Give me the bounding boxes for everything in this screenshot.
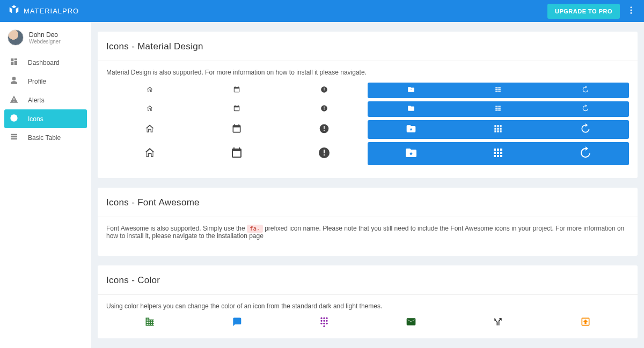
profile-icon [10,76,18,86]
domain-icon [106,316,193,329]
rotate-icon [542,105,629,114]
apps-icon [455,123,541,136]
upgrade-button[interactable]: UPGRADE TO PRO [547,4,620,19]
card-material-design: Icons - Material Design Material Design … [98,32,638,178]
card-title: Icons - Color [98,265,638,295]
error-icon [281,123,368,136]
folder-icon [368,86,455,95]
present-to-all-icon [542,316,629,329]
sidebar: Dohn Deo Webdesigner Dashboard Profile A… [0,22,91,348]
fa-text-before: Font Awesome is also supported. Simply u… [106,225,247,232]
folder-icon [368,105,455,114]
home-icon [106,86,193,95]
apps-icon [455,146,541,161]
rotate-icon [542,146,629,161]
user-name: Dohn Deo [29,31,61,39]
sidebar-item-label: Basic Table [28,134,61,142]
home-icon [106,123,193,136]
email-icon [368,316,455,329]
apps-icon [455,105,541,114]
face-icon [10,114,18,124]
sidebar-item-alerts[interactable]: Alerts [4,91,87,109]
logo-icon [8,4,20,18]
sidebar-item-label: Profile [28,78,46,85]
sidebar-item-profile[interactable]: Profile [4,72,87,91]
alert-icon [10,95,18,105]
call-split-icon [455,316,541,329]
icon-row-dark [368,101,629,117]
table-icon [10,132,18,143]
dialpad-icon [281,316,368,329]
sidebar-item-label: Dashboard [28,59,60,66]
code-fa-prefix: fa- [247,225,263,233]
folder-star-icon [368,123,455,136]
card-title: Icons - Font Awesome [98,188,638,217]
avatar [8,29,24,46]
card-text: Font Awesome is also supported. Simply u… [106,225,629,240]
calendar-icon [193,123,280,136]
card-font-awesome: Icons - Font Awesome Font Awesome is als… [98,188,638,256]
folder-star-icon [368,146,455,161]
card-title: Icons - Material Design [98,32,638,61]
error-icon [281,146,368,161]
icon-row-dark [368,83,629,98]
error-icon [281,105,368,114]
dashboard-icon [10,57,18,68]
sidebar-item-basic-table[interactable]: Basic Table [4,128,87,147]
calendar-icon [193,86,280,95]
apps-icon [455,86,541,95]
rotate-icon [542,123,629,136]
sidebar-item-dashboard[interactable]: Dashboard [4,53,87,72]
calendar-icon [193,105,280,114]
sidebar-item-icons[interactable]: Icons [4,109,87,128]
message-icon [193,316,280,329]
icon-row-dark [368,120,629,139]
main-content: Icons - Material Design Material Design … [91,22,644,348]
brand-name: MATERIALPRO [24,7,79,15]
user-role: Webdesigner [29,39,61,45]
calendar-icon [193,146,280,161]
sidebar-item-label: Alerts [28,97,45,104]
sidebar-item-label: Icons [28,115,43,123]
rotate-icon [542,86,629,95]
home-icon [106,146,193,161]
card-icons-color: Icons - Color Using color helpers you ca… [98,265,638,338]
more-icon[interactable] [626,5,636,17]
brand-logo[interactable]: MATERIALPRO [8,4,79,18]
icon-row-dark [368,142,629,165]
error-icon [281,86,368,95]
user-block[interactable]: Dohn Deo Webdesigner [4,29,87,53]
card-text: Using color helpers you can change the c… [106,302,629,310]
card-text: Material Design is also supported. For m… [106,69,629,76]
home-icon [106,105,193,114]
